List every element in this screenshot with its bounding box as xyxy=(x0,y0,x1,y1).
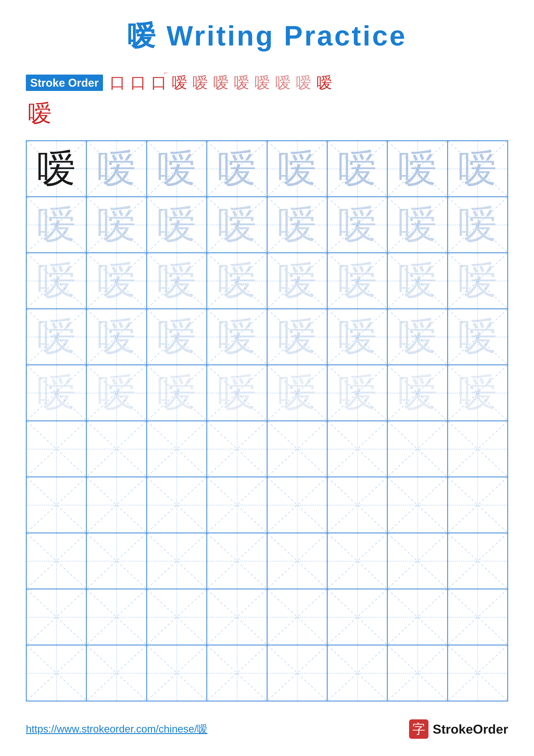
grid-cell[interactable]: 嗳 xyxy=(26,197,87,253)
grid-cell[interactable]: 嗳 xyxy=(387,365,447,421)
grid-cell[interactable]: 嗳 xyxy=(327,141,387,197)
grid-cell-empty[interactable] xyxy=(387,645,447,701)
grid-cell[interactable]: 嗳 xyxy=(267,141,327,197)
practice-char: 嗳 xyxy=(217,373,256,412)
grid-cell[interactable]: 嗳 xyxy=(147,197,207,253)
grid-cell[interactable]: 嗳 xyxy=(327,365,387,421)
grid-cell[interactable]: 嗳 xyxy=(87,309,146,365)
grid-cell-empty[interactable] xyxy=(147,589,207,645)
grid-cell[interactable]: 嗳 xyxy=(207,365,267,421)
grid-cell[interactable]: 嗳 xyxy=(387,197,447,253)
practice-char: 嗳 xyxy=(37,149,76,188)
practice-char: 嗳 xyxy=(217,149,256,188)
practice-char: 嗳 xyxy=(278,317,317,356)
grid-cell-empty[interactable] xyxy=(387,533,447,589)
stroke-order-row: Stroke Order ⼝ 口 口⌐ 嗳 嗳 嗳 嗳 嗳 嗳 嗳 嗳 xyxy=(26,72,335,93)
grid-cell-empty[interactable] xyxy=(207,589,267,645)
grid-cell[interactable]: 嗳 xyxy=(87,253,146,309)
grid-cell[interactable]: 嗳 xyxy=(147,309,207,365)
stroke-step-3: 口⌐ xyxy=(151,72,167,93)
grid-cell[interactable]: 嗳 xyxy=(87,141,146,197)
grid-cell-empty[interactable] xyxy=(26,533,87,589)
grid-cell[interactable]: 嗳 xyxy=(447,197,508,253)
title-text: Writing Practice xyxy=(157,20,407,51)
grid-cell[interactable]: 嗳 xyxy=(26,365,87,421)
grid-cell-empty[interactable] xyxy=(26,477,87,533)
grid-cell-empty[interactable] xyxy=(207,645,267,701)
footer-logo-icon: 字 xyxy=(409,719,428,739)
grid-cell-empty[interactable] xyxy=(327,533,387,589)
grid-cell-empty[interactable] xyxy=(387,477,447,533)
grid-cell-empty[interactable] xyxy=(267,477,327,533)
grid-cell-empty[interactable] xyxy=(87,477,146,533)
stroke-step-final: 嗳 xyxy=(317,72,332,93)
grid-cell-empty[interactable] xyxy=(87,645,146,701)
stroke-step-10: 嗳 xyxy=(296,72,312,93)
grid-cell[interactable]: 嗳 xyxy=(447,141,508,197)
grid-cell[interactable]: 嗳 xyxy=(447,309,508,365)
grid-cell-empty[interactable] xyxy=(327,589,387,645)
grid-cell-empty[interactable] xyxy=(447,589,508,645)
grid-cell[interactable]: 嗳 xyxy=(87,365,146,421)
stroke-step-7: 嗳 xyxy=(234,72,249,93)
grid-cell[interactable]: 嗳 xyxy=(267,365,327,421)
grid-cell-empty[interactable] xyxy=(267,589,327,645)
practice-char: 嗳 xyxy=(398,373,437,412)
grid-cell[interactable]: 嗳 xyxy=(387,253,447,309)
grid-cell-empty[interactable] xyxy=(26,645,87,701)
grid-cell[interactable]: 嗳 xyxy=(207,309,267,365)
grid-cell-empty[interactable] xyxy=(267,533,327,589)
grid-cell-empty[interactable] xyxy=(207,421,267,477)
grid-cell[interactable]: 嗳 xyxy=(447,253,508,309)
grid-cell[interactable]: 嗳 xyxy=(207,197,267,253)
practice-char: 嗳 xyxy=(338,205,377,244)
grid-cell-empty[interactable] xyxy=(327,477,387,533)
grid-cell[interactable]: 嗳 xyxy=(327,197,387,253)
grid-cell-empty[interactable] xyxy=(26,421,87,477)
grid-cell-empty[interactable] xyxy=(207,477,267,533)
grid-cell-empty[interactable] xyxy=(387,589,447,645)
grid-cell-empty[interactable] xyxy=(327,645,387,701)
grid-cell[interactable]: 嗳 xyxy=(207,141,267,197)
grid-cell-empty[interactable] xyxy=(447,477,508,533)
practice-char: 嗳 xyxy=(458,373,497,412)
stroke-step-4: 嗳 xyxy=(172,72,188,93)
grid-cell-empty[interactable] xyxy=(87,589,146,645)
grid-cell-empty[interactable] xyxy=(87,533,146,589)
footer-url[interactable]: https://www.strokeorder.com/chinese/嗳 xyxy=(26,722,207,736)
grid-cell[interactable]: 嗳 xyxy=(267,309,327,365)
grid-cell[interactable]: 嗳 xyxy=(87,197,146,253)
grid-cell-empty[interactable] xyxy=(147,645,207,701)
grid-cell-empty[interactable] xyxy=(447,421,508,477)
grid-cell-empty[interactable] xyxy=(387,421,447,477)
stroke-order-final-char: 嗳 xyxy=(28,97,52,129)
grid-cell[interactable]: 嗳 xyxy=(387,141,447,197)
grid-cell[interactable]: 嗳 xyxy=(147,141,207,197)
grid-cell[interactable]: 嗳 xyxy=(267,197,327,253)
practice-char: 嗳 xyxy=(217,205,256,244)
grid-cell-empty[interactable] xyxy=(207,533,267,589)
grid-cell-empty[interactable] xyxy=(147,477,207,533)
grid-cell-empty[interactable] xyxy=(447,645,508,701)
grid-cell-empty[interactable] xyxy=(267,645,327,701)
grid-cell[interactable]: 嗳 xyxy=(26,309,87,365)
grid-cell-empty[interactable] xyxy=(147,421,207,477)
grid-cell-empty[interactable] xyxy=(447,533,508,589)
grid-cell[interactable]: 嗳 xyxy=(387,309,447,365)
grid-cell[interactable]: 嗳 xyxy=(26,141,87,197)
grid-cell-empty[interactable] xyxy=(147,533,207,589)
grid-cell[interactable]: 嗳 xyxy=(207,253,267,309)
grid-cell-empty[interactable] xyxy=(87,421,146,477)
grid-cell[interactable]: 嗳 xyxy=(327,309,387,365)
grid-cell-empty[interactable] xyxy=(26,589,87,645)
grid-cell[interactable]: 嗳 xyxy=(267,253,327,309)
grid-cell[interactable]: 嗳 xyxy=(447,365,508,421)
grid-cell-empty[interactable] xyxy=(327,421,387,477)
grid-cell[interactable]: 嗳 xyxy=(327,253,387,309)
grid-cell[interactable]: 嗳 xyxy=(147,253,207,309)
grid-cell[interactable]: 嗳 xyxy=(147,365,207,421)
grid-cell[interactable]: 嗳 xyxy=(26,253,87,309)
practice-char: 嗳 xyxy=(97,317,136,356)
practice-char: 嗳 xyxy=(278,149,317,188)
grid-cell-empty[interactable] xyxy=(267,421,327,477)
